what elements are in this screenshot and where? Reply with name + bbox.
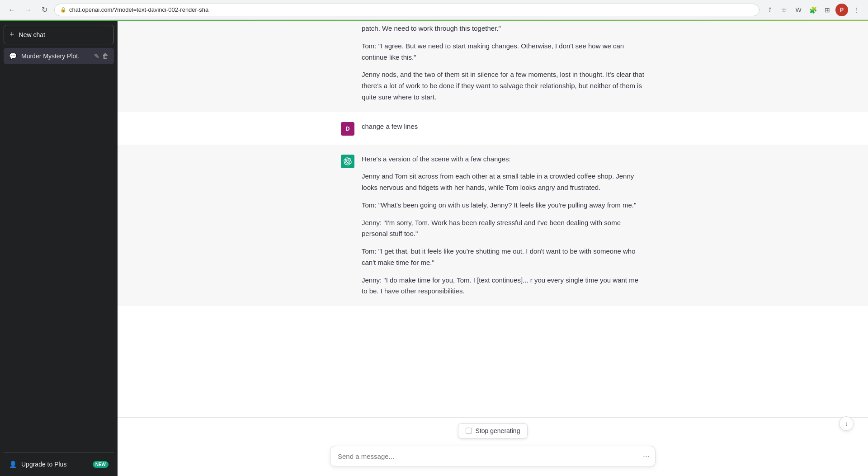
scroll-down-button[interactable]: ↓ [839, 416, 854, 431]
assistant-p5: Jenny: "I do make time for you, Tom. I [… [362, 275, 645, 297]
chat-item-label: Murder Mystery Plot. [21, 52, 80, 60]
stop-generating-label: Stop generating [476, 427, 520, 434]
browser-bar: ← → ↻ 🔒 chat.openai.com/?model=text-davi… [0, 0, 868, 20]
lock-icon: 🔒 [60, 7, 66, 13]
new-chat-button[interactable]: + New chat [4, 25, 114, 44]
continuation-p1: patch. We need to work through this toge… [362, 23, 645, 34]
avatar-spacer [341, 24, 354, 38]
continuation-p3: Jenny nods, and the two of them sit in s… [362, 69, 645, 103]
input-more-button[interactable]: ··· [643, 452, 650, 461]
new-badge: NEW [93, 461, 108, 468]
continuation-p2: Tom: "I agree. But we need to start maki… [362, 41, 645, 63]
stop-checkbox-icon [466, 428, 472, 434]
assistant-p2: Tom: "What's been going on with us latel… [362, 200, 645, 211]
stop-generating-bar: Stop generating [330, 423, 656, 438]
user-icon: 👤 [9, 461, 17, 468]
chat-item-actions: ✎ 🗑 [94, 52, 108, 60]
profile-button[interactable]: P [835, 4, 848, 16]
chat-icon: 💬 [9, 52, 17, 60]
chat-item-left: 💬 Murder Mystery Plot. [9, 52, 80, 60]
assistant-avatar [341, 155, 354, 168]
openai-logo-svg [344, 157, 352, 165]
input-container: Stop generating ··· [330, 423, 656, 467]
share-button[interactable]: ⤴ [763, 4, 776, 16]
user-message-content: change a few lines [362, 121, 645, 136]
extensions-button[interactable]: ⊞ [821, 4, 834, 16]
assistant-p1: Jenny and Tom sit across from each other… [362, 171, 645, 193]
sidebar-footer: 👤 Upgrade to Plus NEW [4, 452, 114, 472]
main: patch. We need to work through this toge… [118, 21, 868, 476]
extension-puzzle-button[interactable]: 🧩 [807, 4, 819, 16]
app: + New chat 💬 Murder Mystery Plot. ✎ 🗑 👤 … [0, 21, 868, 476]
assistant-continuation-block: patch. We need to work through this toge… [118, 21, 868, 112]
message-input-wrapper: ··· [330, 446, 656, 467]
user-message-block: D change a few lines [118, 112, 868, 145]
input-area: Stop generating ··· [118, 417, 868, 476]
upgrade-label: Upgrade to Plus [21, 461, 66, 468]
edit-chat-button[interactable]: ✎ [94, 52, 99, 60]
assistant-continuation-content: patch. We need to work through this toge… [362, 23, 645, 103]
back-button[interactable]: ← [5, 4, 18, 16]
menu-button[interactable]: ⋮ [850, 4, 863, 16]
assistant-p3: Jenny: "I'm sorry, Tom. Work has been re… [362, 217, 645, 240]
stop-generating-button[interactable]: Stop generating [458, 423, 528, 438]
sidebar: + New chat 💬 Murder Mystery Plot. ✎ 🗑 👤 … [0, 21, 118, 476]
assistant-intro: Here's a version of the scene with a few… [362, 154, 645, 165]
user-avatar: D [341, 122, 354, 136]
reload-button[interactable]: ↻ [38, 4, 51, 16]
new-chat-label: New chat [19, 31, 45, 38]
forward-button[interactable]: → [22, 4, 34, 16]
assistant-message-content: Here's a version of the scene with a few… [362, 154, 645, 297]
user-message-text: change a few lines [362, 121, 645, 132]
extension-w-button[interactable]: W [792, 4, 805, 16]
chat-messages[interactable]: patch. We need to work through this toge… [118, 21, 868, 417]
bookmark-button[interactable]: ☆ [778, 4, 790, 16]
url-text: chat.openai.com/?model=text-davinci-002-… [69, 6, 754, 13]
assistant-message-block: Here's a version of the scene with a few… [118, 145, 868, 306]
upgrade-button[interactable]: 👤 Upgrade to Plus NEW [4, 456, 114, 472]
sidebar-item-murder-mystery[interactable]: 💬 Murder Mystery Plot. ✎ 🗑 [4, 48, 114, 64]
assistant-p4: Tom: "I get that, but it feels like you'… [362, 246, 645, 269]
delete-chat-button[interactable]: 🗑 [102, 52, 108, 60]
plus-icon: + [9, 30, 14, 39]
main-wrapper: patch. We need to work through this toge… [118, 21, 868, 476]
message-input[interactable] [330, 446, 655, 467]
browser-actions: ⤴ ☆ W 🧩 ⊞ P ⋮ [763, 4, 863, 16]
user-message-inner: D change a few lines [330, 121, 656, 136]
address-bar[interactable]: 🔒 chat.openai.com/?model=text-davinci-00… [54, 4, 760, 16]
assistant-message-inner: Here's a version of the scene with a few… [330, 154, 656, 297]
assistant-continuation-inner: patch. We need to work through this toge… [330, 23, 656, 103]
